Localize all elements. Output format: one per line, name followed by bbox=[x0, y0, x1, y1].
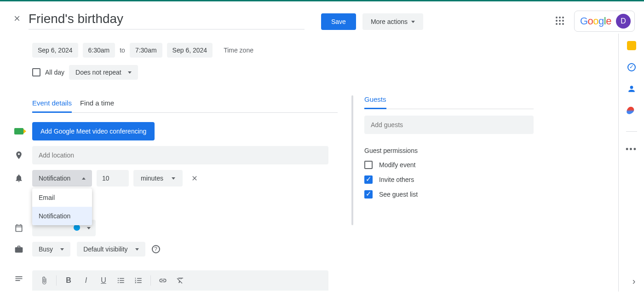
numbered-list-button[interactable] bbox=[130, 272, 147, 289]
chevron-down-icon bbox=[411, 21, 415, 23]
tab-event-details[interactable]: Event details bbox=[32, 99, 72, 113]
notification-icon bbox=[12, 174, 26, 183]
chevron-down-icon bbox=[135, 248, 139, 251]
keep-icon[interactable] bbox=[627, 41, 636, 50]
tasks-icon[interactable] bbox=[627, 63, 636, 71]
guest-permissions-title: Guest permissions bbox=[364, 147, 535, 154]
underline-button[interactable]: U bbox=[95, 272, 112, 289]
modify-event-label: Modify event bbox=[379, 161, 415, 169]
event-title-input[interactable] bbox=[29, 10, 305, 29]
repeat-label: Does not repeat bbox=[75, 69, 121, 76]
maps-icon[interactable] bbox=[627, 106, 636, 116]
notification-type-dropdown: Email Notification bbox=[32, 188, 92, 225]
meet-icon bbox=[12, 128, 26, 134]
tab-find-time[interactable]: Find a time bbox=[80, 99, 114, 112]
visibility-select[interactable]: Default visibility bbox=[77, 242, 145, 257]
availability-label: Busy bbox=[39, 245, 53, 253]
account-switcher[interactable]: Google D bbox=[574, 11, 635, 32]
attach-button[interactable] bbox=[36, 272, 52, 289]
see-guest-list-label: See guest list bbox=[379, 191, 418, 198]
italic-button[interactable]: I bbox=[78, 272, 94, 289]
allday-label: All day bbox=[45, 69, 64, 76]
description-toolbar: B I U bbox=[32, 270, 328, 291]
location-icon bbox=[12, 151, 26, 160]
avatar[interactable]: D bbox=[616, 14, 631, 29]
chevron-down-icon bbox=[60, 248, 64, 251]
bold-button[interactable]: B bbox=[60, 272, 77, 289]
side-divider bbox=[626, 131, 637, 132]
side-panel: ••• bbox=[618, 34, 644, 292]
bullet-list-button[interactable] bbox=[113, 272, 129, 289]
tab-guests[interactable]: Guests bbox=[364, 95, 386, 109]
visibility-label: Default visibility bbox=[83, 245, 127, 253]
see-guest-list-checkbox[interactable] bbox=[364, 190, 373, 199]
save-button[interactable]: Save bbox=[321, 13, 356, 30]
end-time-chip[interactable]: 7:30am bbox=[130, 43, 162, 58]
menu-item-email[interactable]: Email bbox=[32, 188, 92, 207]
invite-others-label: Invite others bbox=[379, 176, 414, 183]
remove-notification-button[interactable] bbox=[191, 175, 198, 182]
allday-checkbox[interactable] bbox=[32, 68, 40, 76]
notification-unit-select[interactable]: minutes bbox=[133, 170, 183, 187]
notification-type-select[interactable]: Notification bbox=[32, 170, 92, 187]
contacts-icon[interactable] bbox=[627, 84, 636, 93]
show-side-panel-button[interactable]: › bbox=[626, 273, 642, 289]
close-icon[interactable] bbox=[13, 14, 21, 23]
google-apps-icon[interactable] bbox=[556, 17, 565, 26]
invite-others-checkbox[interactable] bbox=[364, 175, 373, 184]
link-button[interactable] bbox=[155, 272, 171, 289]
repeat-select[interactable]: Does not repeat bbox=[69, 65, 138, 80]
add-meet-button[interactable]: Add Google Meet video conferencing bbox=[32, 122, 155, 140]
description-icon bbox=[12, 274, 26, 283]
end-date-chip[interactable]: Sep 6, 2024 bbox=[167, 43, 213, 58]
to-label: to bbox=[120, 47, 125, 54]
availability-select[interactable]: Busy bbox=[32, 242, 70, 257]
start-date-chip[interactable]: Sep 6, 2024 bbox=[32, 43, 78, 58]
toolbar-divider bbox=[56, 275, 57, 286]
menu-item-notification[interactable]: Notification bbox=[32, 207, 92, 225]
add-guests-input[interactable] bbox=[364, 116, 534, 134]
more-actions-button[interactable]: More actions bbox=[362, 13, 423, 30]
chevron-down-icon bbox=[87, 227, 91, 229]
more-actions-label: More actions bbox=[371, 18, 408, 25]
clear-format-button[interactable] bbox=[172, 272, 189, 289]
notification-value-input[interactable] bbox=[97, 170, 129, 187]
location-input[interactable] bbox=[32, 146, 328, 164]
chevron-down-icon bbox=[172, 177, 175, 180]
google-logo: Google bbox=[580, 15, 611, 27]
modify-event-checkbox[interactable] bbox=[364, 161, 373, 169]
notification-type-label: Notification bbox=[39, 175, 70, 182]
more-addons-icon[interactable]: ••• bbox=[626, 145, 637, 154]
start-time-chip[interactable]: 6:30am bbox=[83, 43, 115, 58]
scrollbar[interactable] bbox=[351, 95, 353, 225]
calendar-icon bbox=[12, 223, 26, 233]
help-icon[interactable]: ? bbox=[152, 245, 160, 253]
toolbar-divider bbox=[150, 275, 151, 286]
chevron-down-icon bbox=[128, 71, 132, 74]
briefcase-icon bbox=[12, 245, 26, 254]
timezone-button[interactable]: Time zone bbox=[224, 47, 253, 54]
chevron-up-icon bbox=[82, 177, 86, 180]
notification-unit-label: minutes bbox=[141, 175, 163, 182]
